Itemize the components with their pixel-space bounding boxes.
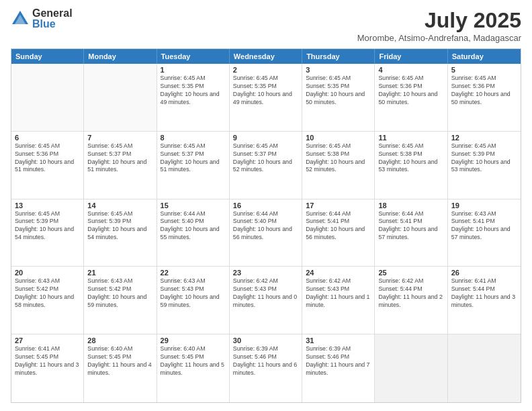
calendar-cell: 11Sunrise: 6:45 AM Sunset: 5:38 PM Dayli… (375, 132, 447, 199)
day-info: Sunrise: 6:41 AM Sunset: 5:44 PM Dayligh… (451, 277, 517, 310)
subtitle: Morombe, Atsimo-Andrefana, Madagascar (357, 33, 521, 43)
calendar-header-cell: Monday (84, 49, 157, 64)
day-info: Sunrise: 6:45 AM Sunset: 5:38 PM Dayligh… (378, 142, 443, 175)
day-info: Sunrise: 6:45 AM Sunset: 5:35 PM Dayligh… (233, 75, 298, 107)
day-number: 2 (233, 66, 298, 74)
day-info: Sunrise: 6:45 AM Sunset: 5:39 PM Dayligh… (15, 210, 80, 242)
day-info: Sunrise: 6:44 AM Sunset: 5:41 PM Dayligh… (378, 210, 443, 242)
day-info: Sunrise: 6:45 AM Sunset: 5:37 PM Dayligh… (233, 142, 298, 175)
day-info: Sunrise: 6:45 AM Sunset: 5:38 PM Dayligh… (306, 142, 371, 175)
day-number: 13 (15, 201, 80, 210)
day-info: Sunrise: 6:45 AM Sunset: 5:36 PM Dayligh… (451, 75, 517, 107)
calendar-header-cell: Saturday (448, 49, 521, 64)
calendar-cell: 2Sunrise: 6:45 AM Sunset: 5:35 PM Daylig… (230, 64, 302, 131)
day-number: 29 (161, 336, 226, 345)
day-number: 20 (15, 269, 80, 277)
calendar-cell: 14Sunrise: 6:45 AM Sunset: 5:39 PM Dayli… (84, 199, 157, 267)
calendar: SundayMondayTuesdayWednesdayThursdayFrid… (11, 48, 521, 403)
day-number: 15 (161, 201, 226, 210)
day-info: Sunrise: 6:39 AM Sunset: 5:46 PM Dayligh… (233, 345, 298, 377)
calendar-header-cell: Friday (375, 49, 447, 64)
calendar-cell: 3Sunrise: 6:45 AM Sunset: 5:35 PM Daylig… (302, 64, 375, 131)
day-number: 14 (87, 201, 152, 210)
day-number: 10 (306, 134, 371, 142)
page: General Blue July 2025 Morombe, Atsimo-A… (0, 0, 532, 411)
day-number: 3 (306, 66, 371, 74)
day-number: 17 (306, 201, 371, 210)
calendar-cell: 24Sunrise: 6:42 AM Sunset: 5:43 PM Dayli… (302, 267, 375, 334)
calendar-cell: 9Sunrise: 6:45 AM Sunset: 5:37 PM Daylig… (230, 132, 302, 199)
day-number: 7 (87, 134, 152, 142)
main-title: July 2025 (357, 8, 521, 33)
calendar-cell: 21Sunrise: 6:43 AM Sunset: 5:42 PM Dayli… (84, 267, 157, 334)
logo-general: General (32, 8, 73, 19)
day-number: 1 (161, 66, 226, 74)
calendar-row: 20Sunrise: 6:43 AM Sunset: 5:42 PM Dayli… (11, 267, 521, 334)
calendar-header-cell: Tuesday (157, 49, 230, 64)
calendar-cell: 18Sunrise: 6:44 AM Sunset: 5:41 PM Dayli… (375, 199, 447, 267)
day-info: Sunrise: 6:45 AM Sunset: 5:36 PM Dayligh… (15, 142, 80, 175)
day-number: 8 (161, 134, 226, 142)
day-info: Sunrise: 6:44 AM Sunset: 5:40 PM Dayligh… (161, 210, 226, 242)
calendar-cell (84, 64, 157, 131)
day-info: Sunrise: 6:43 AM Sunset: 5:42 PM Dayligh… (15, 277, 80, 310)
day-info: Sunrise: 6:45 AM Sunset: 5:37 PM Dayligh… (87, 142, 152, 175)
day-number: 6 (15, 134, 80, 142)
calendar-cell: 28Sunrise: 6:40 AM Sunset: 5:45 PM Dayli… (84, 334, 157, 402)
day-number: 19 (451, 201, 517, 210)
day-number: 23 (233, 269, 298, 277)
day-number: 28 (87, 336, 152, 345)
calendar-cell: 22Sunrise: 6:43 AM Sunset: 5:43 PM Dayli… (157, 267, 230, 334)
day-info: Sunrise: 6:39 AM Sunset: 5:46 PM Dayligh… (306, 345, 371, 377)
calendar-header-cell: Thursday (302, 49, 375, 64)
day-info: Sunrise: 6:45 AM Sunset: 5:35 PM Dayligh… (161, 75, 226, 107)
day-info: Sunrise: 6:45 AM Sunset: 5:37 PM Dayligh… (161, 142, 226, 175)
calendar-header-cell: Sunday (11, 49, 84, 64)
header: General Blue July 2025 Morombe, Atsimo-A… (11, 8, 521, 43)
logo-blue: Blue (32, 19, 73, 30)
title-section: July 2025 Morombe, Atsimo-Andrefana, Mad… (357, 8, 521, 43)
day-number: 12 (451, 134, 517, 142)
day-number: 22 (161, 269, 226, 277)
day-info: Sunrise: 6:43 AM Sunset: 5:43 PM Dayligh… (161, 277, 226, 310)
calendar-cell: 10Sunrise: 6:45 AM Sunset: 5:38 PM Dayli… (302, 132, 375, 199)
day-number: 26 (451, 269, 517, 277)
day-number: 18 (378, 201, 443, 210)
calendar-header-cell: Wednesday (230, 49, 302, 64)
day-number: 9 (233, 134, 298, 142)
calendar-body: 1Sunrise: 6:45 AM Sunset: 5:35 PM Daylig… (11, 64, 521, 402)
day-info: Sunrise: 6:44 AM Sunset: 5:41 PM Dayligh… (306, 210, 371, 242)
day-info: Sunrise: 6:42 AM Sunset: 5:43 PM Dayligh… (233, 277, 298, 310)
day-info: Sunrise: 6:42 AM Sunset: 5:43 PM Dayligh… (306, 277, 371, 310)
calendar-cell: 30Sunrise: 6:39 AM Sunset: 5:46 PM Dayli… (230, 334, 302, 402)
calendar-cell: 29Sunrise: 6:40 AM Sunset: 5:45 PM Dayli… (157, 334, 230, 402)
day-info: Sunrise: 6:45 AM Sunset: 5:39 PM Dayligh… (87, 210, 152, 242)
day-number: 30 (233, 336, 298, 345)
day-info: Sunrise: 6:41 AM Sunset: 5:45 PM Dayligh… (15, 345, 80, 377)
day-info: Sunrise: 6:40 AM Sunset: 5:45 PM Dayligh… (87, 345, 152, 377)
calendar-cell (11, 64, 84, 131)
day-info: Sunrise: 6:45 AM Sunset: 5:39 PM Dayligh… (451, 142, 517, 175)
day-number: 31 (306, 336, 371, 345)
calendar-cell: 20Sunrise: 6:43 AM Sunset: 5:42 PM Dayli… (11, 267, 84, 334)
day-number: 11 (378, 134, 443, 142)
day-number: 21 (87, 269, 152, 277)
calendar-row: 6Sunrise: 6:45 AM Sunset: 5:36 PM Daylig… (11, 132, 521, 199)
calendar-cell: 23Sunrise: 6:42 AM Sunset: 5:43 PM Dayli… (230, 267, 302, 334)
calendar-cell: 19Sunrise: 6:43 AM Sunset: 5:41 PM Dayli… (448, 199, 521, 267)
calendar-row: 13Sunrise: 6:45 AM Sunset: 5:39 PM Dayli… (11, 199, 521, 267)
calendar-cell: 12Sunrise: 6:45 AM Sunset: 5:39 PM Dayli… (448, 132, 521, 199)
day-info: Sunrise: 6:43 AM Sunset: 5:42 PM Dayligh… (87, 277, 152, 310)
calendar-cell (448, 334, 521, 402)
day-info: Sunrise: 6:42 AM Sunset: 5:44 PM Dayligh… (378, 277, 443, 310)
logo: General Blue (11, 8, 73, 30)
day-info: Sunrise: 6:45 AM Sunset: 5:36 PM Dayligh… (378, 75, 443, 107)
calendar-cell: 25Sunrise: 6:42 AM Sunset: 5:44 PM Dayli… (375, 267, 447, 334)
calendar-cell: 13Sunrise: 6:45 AM Sunset: 5:39 PM Dayli… (11, 199, 84, 267)
calendar-cell: 6Sunrise: 6:45 AM Sunset: 5:36 PM Daylig… (11, 132, 84, 199)
day-info: Sunrise: 6:44 AM Sunset: 5:40 PM Dayligh… (233, 210, 298, 242)
day-number: 27 (15, 336, 80, 345)
calendar-cell: 16Sunrise: 6:44 AM Sunset: 5:40 PM Dayli… (230, 199, 302, 267)
calendar-cell: 31Sunrise: 6:39 AM Sunset: 5:46 PM Dayli… (302, 334, 375, 402)
day-info: Sunrise: 6:43 AM Sunset: 5:41 PM Dayligh… (451, 210, 517, 242)
